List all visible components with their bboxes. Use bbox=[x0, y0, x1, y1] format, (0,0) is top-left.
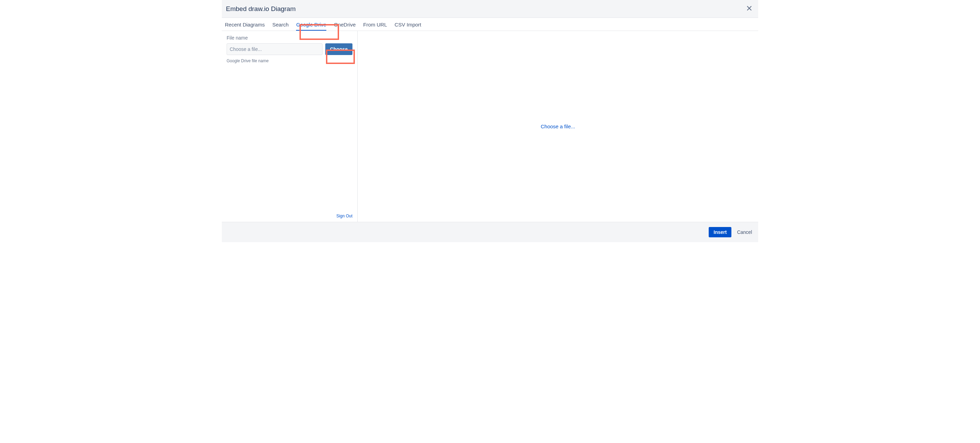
dialog-title: Embed draw.io Diagram bbox=[226, 5, 296, 13]
content-area: File name Choose Google Drive file name … bbox=[222, 31, 758, 222]
file-row: Choose bbox=[227, 43, 352, 55]
left-panel: File name Choose Google Drive file name … bbox=[222, 31, 358, 222]
preview-area: Choose a file... bbox=[358, 31, 758, 222]
close-button[interactable] bbox=[745, 4, 753, 13]
cancel-button[interactable]: Cancel bbox=[735, 227, 753, 237]
tab-search[interactable]: Search bbox=[272, 21, 289, 30]
tab-recent-diagrams[interactable]: Recent Diagrams bbox=[225, 21, 265, 30]
helper-text: Google Drive file name bbox=[227, 59, 352, 63]
insert-button[interactable]: Insert bbox=[709, 227, 732, 237]
choose-button[interactable]: Choose bbox=[325, 43, 352, 55]
preview-placeholder: Choose a file... bbox=[541, 123, 575, 129]
file-name-input[interactable] bbox=[227, 43, 323, 55]
sign-out-link[interactable]: Sign Out bbox=[336, 214, 352, 218]
close-icon bbox=[746, 5, 752, 11]
dialog-header: Embed draw.io Diagram bbox=[222, 0, 758, 18]
tab-csv-import[interactable]: CSV Import bbox=[395, 21, 422, 30]
tab-google-drive[interactable]: Google Drive bbox=[296, 21, 326, 30]
file-name-label: File name bbox=[227, 35, 352, 41]
tab-from-url[interactable]: From URL bbox=[363, 21, 387, 30]
tabs-bar: Recent Diagrams Search Google Drive OneD… bbox=[222, 18, 758, 31]
dialog-footer: Insert Cancel bbox=[222, 222, 758, 242]
tab-onedrive[interactable]: OneDrive bbox=[334, 21, 356, 30]
